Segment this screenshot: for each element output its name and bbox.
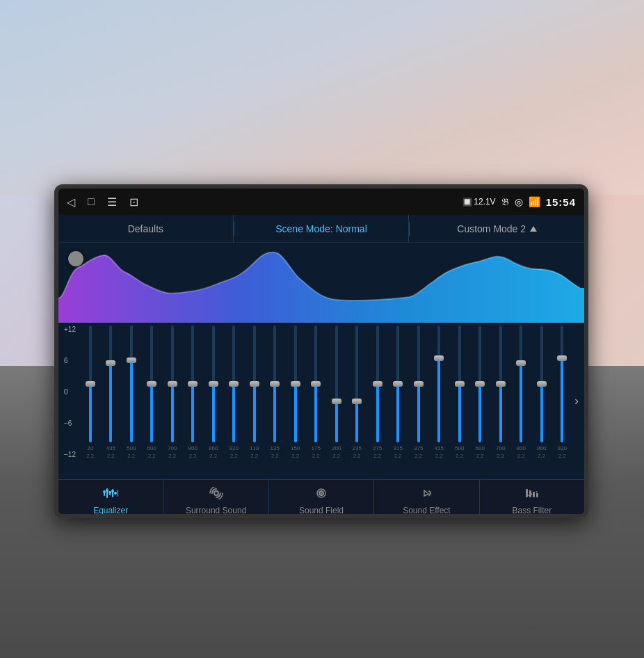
eq-band-label-6: 860 2.2 bbox=[209, 445, 218, 460]
eq-band-label-13: 235 2.2 bbox=[353, 445, 362, 460]
eq-band-label-20: 700 2.2 bbox=[496, 445, 505, 460]
time-display: 15:54 bbox=[546, 196, 576, 208]
main-eq-area: Defaults Scene Mode: Normal Custom Mode … bbox=[58, 215, 584, 518]
eq-band-label-0: 20 2.2 bbox=[86, 445, 94, 460]
eq-band-track-17[interactable] bbox=[437, 326, 440, 442]
tab-surround[interactable]: Surround Sound bbox=[163, 480, 268, 518]
eq-band-label-17: 435 2.2 bbox=[435, 445, 444, 460]
eq-band-track-15[interactable] bbox=[396, 326, 399, 442]
eq-band-track-19[interactable] bbox=[478, 326, 481, 442]
eq-band-track-7[interactable] bbox=[232, 326, 235, 442]
eq-y-axis: +12 6 0 −6 −12 bbox=[61, 323, 81, 479]
svg-point-8 bbox=[108, 491, 111, 494]
eq-band-6: 860 2.2 bbox=[204, 323, 223, 460]
eq-band-track-21[interactable] bbox=[520, 326, 522, 442]
eq-band-label-11: 175 2.2 bbox=[312, 445, 321, 460]
surround-icon bbox=[209, 487, 224, 503]
waveform-display bbox=[58, 243, 584, 323]
eq-band-track-4[interactable] bbox=[171, 326, 174, 442]
eq-band-track-18[interactable] bbox=[458, 326, 461, 442]
eq-band-5: 800 2.2 bbox=[184, 323, 203, 460]
battery-voltage: 12.1V bbox=[474, 197, 495, 207]
svg-point-14 bbox=[321, 492, 323, 495]
eq-band-track-16[interactable] bbox=[417, 326, 420, 442]
status-bar: ◁ □ ☰ ⊡ 🔲 12.1V 𝔅 ◎ 📶 15:54 bbox=[58, 188, 584, 215]
eq-band-23: 920 2.2 bbox=[553, 323, 572, 460]
back-icon[interactable]: ◁ bbox=[67, 195, 75, 209]
eq-band-label-15: 315 2.2 bbox=[394, 445, 403, 460]
mode-bar: Defaults Scene Mode: Normal Custom Mode … bbox=[58, 215, 584, 243]
bottom-tabs: Equalizer Surround Sound bbox=[58, 479, 584, 518]
svg-point-6 bbox=[103, 490, 106, 493]
eq-band-label-22: 860 2.2 bbox=[537, 445, 546, 460]
bookmark-icon[interactable]: ⊡ bbox=[129, 195, 138, 209]
eq-band-track-8[interactable] bbox=[253, 326, 256, 442]
eq-band-2: 500 2.2 bbox=[122, 323, 141, 460]
svg-point-9 bbox=[111, 490, 114, 492]
eq-band-track-5[interactable] bbox=[191, 326, 194, 442]
eq-band-label-3: 600 2.2 bbox=[147, 445, 156, 460]
eq-band-20: 700 2.2 bbox=[491, 323, 510, 460]
eq-band-14: 275 2.2 bbox=[368, 323, 387, 460]
eq-band-track-1[interactable] bbox=[109, 326, 112, 442]
eq-band-track-9[interactable] bbox=[273, 326, 276, 442]
eq-band-3: 600 2.2 bbox=[143, 323, 162, 460]
eq-band-10: 150 2.2 bbox=[286, 323, 305, 460]
soundfield-icon bbox=[314, 487, 329, 503]
eq-band-17: 435 2.2 bbox=[430, 323, 449, 460]
eq-band-18: 500 2.2 bbox=[450, 323, 469, 460]
equalizer-icon bbox=[103, 487, 118, 503]
eq-band-label-9: 125 2.2 bbox=[271, 445, 280, 460]
defaults-button[interactable]: Defaults bbox=[58, 215, 234, 242]
eq-band-11: 175 2.2 bbox=[307, 323, 326, 460]
eq-band-16: 375 2.2 bbox=[409, 323, 428, 460]
eq-band-track-2[interactable] bbox=[130, 326, 133, 442]
eq-band-9: 125 2.2 bbox=[266, 323, 285, 460]
eq-band-label-23: 920 2.2 bbox=[558, 445, 567, 460]
eq-band-track-3[interactable] bbox=[150, 326, 153, 442]
svg-point-11 bbox=[214, 491, 218, 495]
tab-bass-filter-label: Bass Filter bbox=[512, 506, 552, 515]
eq-bands: 20 2.2 435 2.2 500 2.2 bbox=[81, 323, 572, 479]
menu-icon[interactable]: ☰ bbox=[107, 195, 117, 209]
eq-band-track-23[interactable] bbox=[561, 326, 563, 442]
nav-controls: ◁ □ ☰ ⊡ bbox=[67, 195, 138, 209]
tab-equalizer-label: Equalizer bbox=[93, 506, 128, 515]
bassfilter-icon bbox=[524, 487, 540, 503]
tab-sound-field-label: Sound Field bbox=[299, 506, 344, 515]
eq-band-track-12[interactable] bbox=[335, 326, 338, 442]
eq-band-label-1: 435 2.2 bbox=[106, 445, 115, 460]
eq-band-track-11[interactable] bbox=[314, 326, 317, 442]
svg-rect-18 bbox=[536, 493, 538, 497]
eq-next-arrow[interactable]: › bbox=[572, 323, 581, 479]
square-icon[interactable]: □ bbox=[88, 195, 95, 208]
eq-band-7: 920 2.2 bbox=[225, 323, 244, 460]
tab-surround-label: Surround Sound bbox=[186, 506, 246, 515]
eq-band-label-2: 500 2.2 bbox=[127, 445, 136, 460]
tab-sound-field[interactable]: Sound Field bbox=[269, 480, 374, 518]
eq-band-label-14: 275 2.2 bbox=[373, 445, 382, 460]
tab-bass-filter[interactable]: Bass Filter bbox=[480, 480, 584, 518]
eq-band-track-6[interactable] bbox=[212, 326, 215, 442]
custom-mode-button[interactable]: Custom Mode 2 bbox=[410, 215, 584, 242]
eq-band-22: 860 2.2 bbox=[532, 323, 552, 460]
eq-band-track-0[interactable] bbox=[89, 326, 92, 442]
eq-band-track-20[interactable] bbox=[499, 326, 502, 442]
eq-band-15: 315 2.2 bbox=[389, 323, 408, 460]
scene-mode-button[interactable]: Scene Mode: Normal bbox=[234, 215, 410, 242]
eq-band-label-18: 500 2.2 bbox=[455, 445, 464, 460]
eq-band-track-13[interactable] bbox=[355, 326, 358, 442]
eq-band-19: 600 2.2 bbox=[471, 323, 490, 460]
svg-point-7 bbox=[106, 489, 108, 492]
eq-band-label-5: 800 2.2 bbox=[188, 445, 198, 460]
eq-band-track-22[interactable] bbox=[540, 326, 543, 442]
tab-sound-effect[interactable]: Sound Effect bbox=[374, 480, 479, 518]
battery-icon: 🔲 12.1V bbox=[462, 197, 495, 207]
waveform-svg bbox=[58, 243, 584, 323]
tab-equalizer[interactable]: Equalizer bbox=[58, 480, 163, 518]
eq-band-track-10[interactable] bbox=[294, 326, 297, 442]
eq-band-label-4: 700 2.2 bbox=[168, 445, 177, 460]
eq-band-4: 700 2.2 bbox=[163, 323, 182, 460]
chevron-up-icon bbox=[530, 226, 537, 232]
eq-band-track-14[interactable] bbox=[376, 326, 379, 442]
